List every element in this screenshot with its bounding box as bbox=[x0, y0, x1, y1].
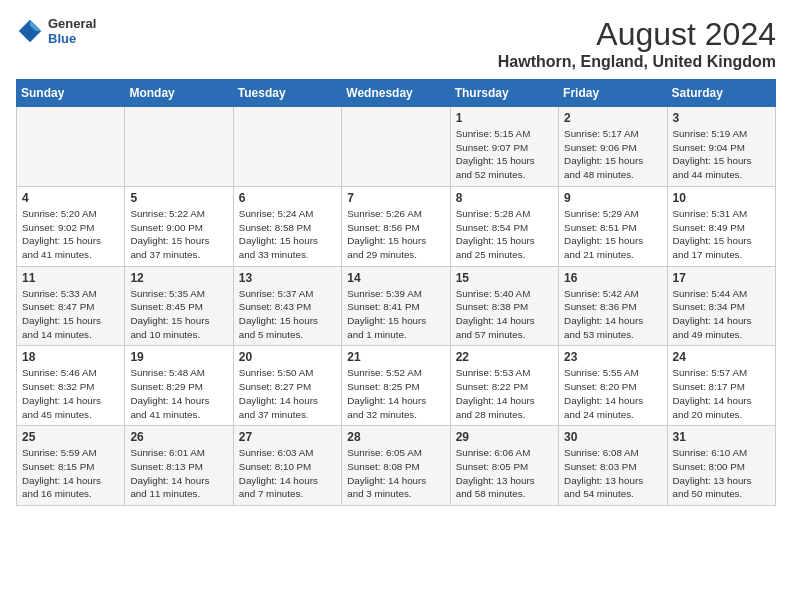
calendar-cell: 1Sunrise: 5:15 AM Sunset: 9:07 PM Daylig… bbox=[450, 107, 558, 187]
day-info: Sunrise: 5:31 AM Sunset: 8:49 PM Dayligh… bbox=[673, 207, 770, 262]
calendar-cell: 21Sunrise: 5:52 AM Sunset: 8:25 PM Dayli… bbox=[342, 346, 450, 426]
calendar-cell: 17Sunrise: 5:44 AM Sunset: 8:34 PM Dayli… bbox=[667, 266, 775, 346]
calendar-cell: 5Sunrise: 5:22 AM Sunset: 9:00 PM Daylig… bbox=[125, 186, 233, 266]
page-header: General Blue August 2024 Hawthorn, Engla… bbox=[16, 16, 776, 71]
calendar-week-2: 4Sunrise: 5:20 AM Sunset: 9:02 PM Daylig… bbox=[17, 186, 776, 266]
calendar-cell: 6Sunrise: 5:24 AM Sunset: 8:58 PM Daylig… bbox=[233, 186, 341, 266]
day-info: Sunrise: 5:37 AM Sunset: 8:43 PM Dayligh… bbox=[239, 287, 336, 342]
day-number: 14 bbox=[347, 271, 444, 285]
calendar-week-1: 1Sunrise: 5:15 AM Sunset: 9:07 PM Daylig… bbox=[17, 107, 776, 187]
day-number: 9 bbox=[564, 191, 661, 205]
day-number: 16 bbox=[564, 271, 661, 285]
day-number: 23 bbox=[564, 350, 661, 364]
day-info: Sunrise: 5:29 AM Sunset: 8:51 PM Dayligh… bbox=[564, 207, 661, 262]
day-number: 8 bbox=[456, 191, 553, 205]
day-number: 25 bbox=[22, 430, 119, 444]
day-number: 26 bbox=[130, 430, 227, 444]
day-number: 18 bbox=[22, 350, 119, 364]
day-number: 27 bbox=[239, 430, 336, 444]
calendar-cell: 7Sunrise: 5:26 AM Sunset: 8:56 PM Daylig… bbox=[342, 186, 450, 266]
day-number: 31 bbox=[673, 430, 770, 444]
day-number: 28 bbox=[347, 430, 444, 444]
day-info: Sunrise: 6:05 AM Sunset: 8:08 PM Dayligh… bbox=[347, 446, 444, 501]
calendar-cell: 22Sunrise: 5:53 AM Sunset: 8:22 PM Dayli… bbox=[450, 346, 558, 426]
day-info: Sunrise: 6:01 AM Sunset: 8:13 PM Dayligh… bbox=[130, 446, 227, 501]
calendar-header: SundayMondayTuesdayWednesdayThursdayFrid… bbox=[17, 80, 776, 107]
day-info: Sunrise: 5:33 AM Sunset: 8:47 PM Dayligh… bbox=[22, 287, 119, 342]
header-cell-wednesday: Wednesday bbox=[342, 80, 450, 107]
header-cell-friday: Friday bbox=[559, 80, 667, 107]
calendar-cell: 15Sunrise: 5:40 AM Sunset: 8:38 PM Dayli… bbox=[450, 266, 558, 346]
calendar-week-4: 18Sunrise: 5:46 AM Sunset: 8:32 PM Dayli… bbox=[17, 346, 776, 426]
day-info: Sunrise: 5:17 AM Sunset: 9:06 PM Dayligh… bbox=[564, 127, 661, 182]
day-info: Sunrise: 6:06 AM Sunset: 8:05 PM Dayligh… bbox=[456, 446, 553, 501]
calendar-cell: 19Sunrise: 5:48 AM Sunset: 8:29 PM Dayli… bbox=[125, 346, 233, 426]
day-number: 5 bbox=[130, 191, 227, 205]
day-info: Sunrise: 5:20 AM Sunset: 9:02 PM Dayligh… bbox=[22, 207, 119, 262]
calendar-table: SundayMondayTuesdayWednesdayThursdayFrid… bbox=[16, 79, 776, 506]
day-info: Sunrise: 5:19 AM Sunset: 9:04 PM Dayligh… bbox=[673, 127, 770, 182]
day-number: 17 bbox=[673, 271, 770, 285]
logo: General Blue bbox=[16, 16, 96, 46]
header-cell-sunday: Sunday bbox=[17, 80, 125, 107]
calendar-week-5: 25Sunrise: 5:59 AM Sunset: 8:15 PM Dayli… bbox=[17, 426, 776, 506]
day-info: Sunrise: 5:39 AM Sunset: 8:41 PM Dayligh… bbox=[347, 287, 444, 342]
day-info: Sunrise: 5:55 AM Sunset: 8:20 PM Dayligh… bbox=[564, 366, 661, 421]
calendar-cell: 14Sunrise: 5:39 AM Sunset: 8:41 PM Dayli… bbox=[342, 266, 450, 346]
day-info: Sunrise: 6:08 AM Sunset: 8:03 PM Dayligh… bbox=[564, 446, 661, 501]
day-info: Sunrise: 5:28 AM Sunset: 8:54 PM Dayligh… bbox=[456, 207, 553, 262]
calendar-cell: 18Sunrise: 5:46 AM Sunset: 8:32 PM Dayli… bbox=[17, 346, 125, 426]
title-section: August 2024 Hawthorn, England, United Ki… bbox=[498, 16, 776, 71]
day-number: 11 bbox=[22, 271, 119, 285]
main-title: August 2024 bbox=[498, 16, 776, 53]
calendar-cell: 12Sunrise: 5:35 AM Sunset: 8:45 PM Dayli… bbox=[125, 266, 233, 346]
calendar-cell: 30Sunrise: 6:08 AM Sunset: 8:03 PM Dayli… bbox=[559, 426, 667, 506]
logo-general-text: General bbox=[48, 16, 96, 31]
calendar-cell bbox=[342, 107, 450, 187]
logo-icon bbox=[16, 17, 44, 45]
header-row: SundayMondayTuesdayWednesdayThursdayFrid… bbox=[17, 80, 776, 107]
day-info: Sunrise: 5:40 AM Sunset: 8:38 PM Dayligh… bbox=[456, 287, 553, 342]
calendar-week-3: 11Sunrise: 5:33 AM Sunset: 8:47 PM Dayli… bbox=[17, 266, 776, 346]
day-info: Sunrise: 5:35 AM Sunset: 8:45 PM Dayligh… bbox=[130, 287, 227, 342]
calendar-cell: 2Sunrise: 5:17 AM Sunset: 9:06 PM Daylig… bbox=[559, 107, 667, 187]
day-info: Sunrise: 5:59 AM Sunset: 8:15 PM Dayligh… bbox=[22, 446, 119, 501]
day-info: Sunrise: 5:57 AM Sunset: 8:17 PM Dayligh… bbox=[673, 366, 770, 421]
day-info: Sunrise: 5:48 AM Sunset: 8:29 PM Dayligh… bbox=[130, 366, 227, 421]
day-info: Sunrise: 5:42 AM Sunset: 8:36 PM Dayligh… bbox=[564, 287, 661, 342]
day-number: 29 bbox=[456, 430, 553, 444]
day-number: 4 bbox=[22, 191, 119, 205]
day-number: 30 bbox=[564, 430, 661, 444]
header-cell-saturday: Saturday bbox=[667, 80, 775, 107]
day-info: Sunrise: 5:50 AM Sunset: 8:27 PM Dayligh… bbox=[239, 366, 336, 421]
day-number: 21 bbox=[347, 350, 444, 364]
calendar-cell bbox=[233, 107, 341, 187]
day-number: 1 bbox=[456, 111, 553, 125]
day-info: Sunrise: 6:03 AM Sunset: 8:10 PM Dayligh… bbox=[239, 446, 336, 501]
calendar-cell: 27Sunrise: 6:03 AM Sunset: 8:10 PM Dayli… bbox=[233, 426, 341, 506]
day-number: 15 bbox=[456, 271, 553, 285]
day-number: 22 bbox=[456, 350, 553, 364]
day-number: 20 bbox=[239, 350, 336, 364]
day-info: Sunrise: 5:26 AM Sunset: 8:56 PM Dayligh… bbox=[347, 207, 444, 262]
day-info: Sunrise: 5:53 AM Sunset: 8:22 PM Dayligh… bbox=[456, 366, 553, 421]
calendar-body: 1Sunrise: 5:15 AM Sunset: 9:07 PM Daylig… bbox=[17, 107, 776, 506]
calendar-cell: 26Sunrise: 6:01 AM Sunset: 8:13 PM Dayli… bbox=[125, 426, 233, 506]
day-info: Sunrise: 5:46 AM Sunset: 8:32 PM Dayligh… bbox=[22, 366, 119, 421]
day-info: Sunrise: 5:22 AM Sunset: 9:00 PM Dayligh… bbox=[130, 207, 227, 262]
calendar-cell: 25Sunrise: 5:59 AM Sunset: 8:15 PM Dayli… bbox=[17, 426, 125, 506]
day-number: 24 bbox=[673, 350, 770, 364]
header-cell-monday: Monday bbox=[125, 80, 233, 107]
day-number: 3 bbox=[673, 111, 770, 125]
calendar-cell: 9Sunrise: 5:29 AM Sunset: 8:51 PM Daylig… bbox=[559, 186, 667, 266]
day-number: 2 bbox=[564, 111, 661, 125]
day-number: 12 bbox=[130, 271, 227, 285]
calendar-cell: 28Sunrise: 6:05 AM Sunset: 8:08 PM Dayli… bbox=[342, 426, 450, 506]
calendar-cell: 8Sunrise: 5:28 AM Sunset: 8:54 PM Daylig… bbox=[450, 186, 558, 266]
calendar-cell: 24Sunrise: 5:57 AM Sunset: 8:17 PM Dayli… bbox=[667, 346, 775, 426]
calendar-cell: 11Sunrise: 5:33 AM Sunset: 8:47 PM Dayli… bbox=[17, 266, 125, 346]
header-cell-tuesday: Tuesday bbox=[233, 80, 341, 107]
day-info: Sunrise: 5:24 AM Sunset: 8:58 PM Dayligh… bbox=[239, 207, 336, 262]
logo-text: General Blue bbox=[48, 16, 96, 46]
calendar-cell: 4Sunrise: 5:20 AM Sunset: 9:02 PM Daylig… bbox=[17, 186, 125, 266]
